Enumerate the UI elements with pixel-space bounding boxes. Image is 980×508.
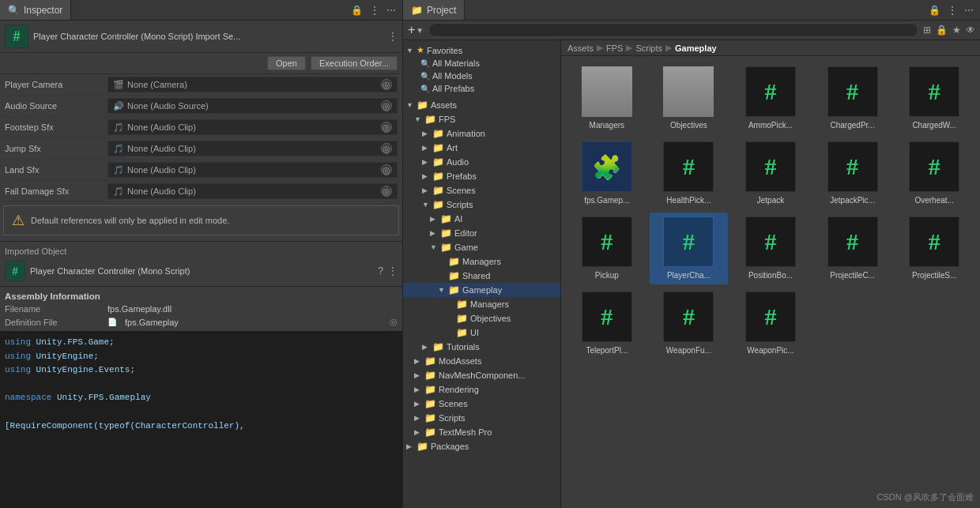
inspector-tab[interactable]: 🔍 Inspector: [0, 0, 71, 20]
help-icon[interactable]: ?: [378, 265, 383, 277]
tree-assets[interactable]: ▼ 📁 Assets: [403, 98, 560, 112]
tree-all-prefabs[interactable]: 🔍 All Prefabs: [403, 82, 560, 95]
tree-ai[interactable]: ▶ 📁 AI: [403, 212, 560, 226]
file-item[interactable]: Managers: [567, 62, 646, 134]
tree-gameplay-objectives[interactable]: 📁 Objectives: [403, 311, 560, 325]
imported-more-icon[interactable]: ⋮: [388, 265, 398, 277]
tree-art[interactable]: ▶ 📁 Art: [403, 141, 560, 155]
file-item[interactable]: Objectives: [650, 62, 729, 134]
tree-all-models[interactable]: 🔍 All Models: [403, 70, 560, 82]
prop-target-button[interactable]: ◎: [381, 143, 392, 154]
tree-all-materials[interactable]: 🔍 All Materials: [403, 57, 560, 70]
file-item[interactable]: #HealthPick...: [650, 137, 729, 209]
prop-target-button[interactable]: ◎: [381, 186, 392, 197]
tree-gameplay[interactable]: ▼ 📁 Gameplay: [403, 283, 560, 297]
deffile-link-icon[interactable]: ◎: [390, 317, 398, 327]
prop-label: Land Sfx: [5, 165, 107, 175]
project-more-icon[interactable]: ⋮: [947, 4, 958, 17]
filename-label: Filename: [5, 304, 100, 314]
open-button[interactable]: Open: [267, 56, 306, 70]
file-item[interactable]: #WeaponPic...: [731, 288, 810, 359]
file-item[interactable]: #TeleportPl...: [567, 288, 646, 359]
file-item[interactable]: #WeaponFu...: [650, 288, 729, 359]
tree-packages[interactable]: ▶ 📁 Packages: [403, 439, 560, 453]
inspector-tab-bar: 🔍 Inspector 🔒 ⋮ ⋯: [0, 0, 402, 21]
imported-script-icon: #: [5, 261, 25, 281]
breadcrumb-sep2: ▶: [626, 43, 632, 53]
prop-target-button[interactable]: ◎: [381, 122, 392, 133]
favorites-label: Favorites: [427, 46, 462, 55]
inspector-lock-icon[interactable]: 🔒: [351, 5, 363, 16]
file-item[interactable]: #PositionBo...: [731, 213, 810, 284]
assembly-header: Assembly Information: [0, 289, 402, 303]
file-item[interactable]: #Jetpack: [731, 137, 810, 209]
project-tab-bar: 📁 Project 🔒 ⋮ ⋯: [403, 0, 980, 21]
tree-animation[interactable]: ▶ 📁 Animation: [403, 126, 560, 141]
tree-prefabs[interactable]: ▶ 📁 Prefabs: [403, 169, 560, 183]
search-icon-1[interactable]: ⊞: [923, 24, 931, 36]
tree-game[interactable]: ▼ 📁 Game: [403, 240, 560, 254]
file-label: ProjectileC...: [830, 270, 875, 280]
tree-gameplay-managers[interactable]: 📁 Managers: [403, 297, 560, 311]
tree-fps[interactable]: ▼ 📁 FPS: [403, 112, 560, 126]
add-button[interactable]: + ▼: [408, 23, 424, 37]
file-label: HealthPick...: [666, 195, 710, 205]
file-label: Jetpack: [757, 195, 784, 205]
file-item[interactable]: #ProjectileC...: [813, 213, 892, 284]
file-item[interactable]: #Overheat...: [895, 137, 974, 209]
execution-order-button[interactable]: Execution Order...: [311, 56, 398, 70]
prop-target-button[interactable]: ◎: [381, 79, 392, 90]
tree-audio[interactable]: ▶ 📁 Audio: [403, 155, 560, 169]
tree-rendering[interactable]: ▶ 📁 Rendering: [403, 382, 560, 397]
search-icon-4[interactable]: 👁: [966, 24, 975, 36]
more-menu-icon[interactable]: ⋮: [388, 31, 398, 42]
tree-modassets[interactable]: ▶ 📁 ModAssets: [403, 354, 560, 368]
file-item[interactable]: #AmmoPick...: [731, 62, 810, 134]
file-item[interactable]: 🧩fps.Gamep...: [567, 137, 646, 209]
tree-ui[interactable]: 📁 UI: [403, 325, 560, 340]
project-toolbar: + ▼ ⊞ 🔒 ★ 👁: [403, 21, 980, 40]
breadcrumb-sep1: ▶: [597, 43, 603, 53]
project-tab-label: Project: [427, 5, 456, 16]
breadcrumb-assets[interactable]: Assets: [567, 43, 594, 53]
search-icon-2[interactable]: 🔒: [936, 24, 948, 36]
code-line-7: [RequireComponent(typeof(CharacterContro…: [5, 420, 398, 434]
file-item[interactable]: #ChargedW...: [895, 62, 974, 134]
file-item[interactable]: #Pickup: [567, 213, 646, 284]
file-item[interactable]: #JetpackPic...: [813, 137, 892, 209]
deffile-row: Definition File 📄 fps.Gameplay ◎: [0, 315, 402, 329]
project-lock-icon[interactable]: 🔒: [929, 5, 940, 16]
file-item[interactable]: #ProjectileS...: [895, 213, 974, 284]
favorites-section[interactable]: ▼ ★ Favorites: [403, 43, 560, 57]
tree-textmesh[interactable]: ▶ 📁 TextMesh Pro: [403, 425, 560, 439]
breadcrumb-scripts[interactable]: Scripts: [635, 43, 662, 53]
deffile-icon: 📄: [107, 318, 117, 326]
inspector-more-icon[interactable]: ⋮: [369, 4, 380, 17]
tree-tutorials[interactable]: ▶ 📁 Tutorials: [403, 340, 560, 354]
tree-shared[interactable]: 📁 Shared: [403, 269, 560, 283]
file-item[interactable]: #ChargedPr...: [813, 62, 892, 134]
tree-scenes2[interactable]: ▶ 📁 Scenes: [403, 397, 560, 411]
tree-scenes[interactable]: ▶ 📁 Scenes: [403, 183, 560, 198]
tree-scripts2[interactable]: ▶ 📁 Scripts: [403, 411, 560, 425]
file-item[interactable]: #PlayerCha...: [650, 213, 729, 284]
search-icon-3[interactable]: ★: [952, 24, 961, 36]
breadcrumb-fps[interactable]: FPS: [606, 43, 623, 53]
script-header: # Player Character Controller (Mono Scri…: [0, 21, 402, 53]
project-tab[interactable]: 📁 Project: [403, 0, 465, 20]
tree-managers[interactable]: 📁 Managers: [403, 254, 560, 269]
tree-scripts[interactable]: ▼ 📁 Scripts: [403, 198, 560, 212]
tree-navmesh[interactable]: ▶ 📁 NavMeshComponen...: [403, 368, 560, 382]
prop-target-button[interactable]: ◎: [381, 100, 392, 111]
file-label: WeaponPic...: [747, 345, 793, 356]
inspector-settings-icon[interactable]: ⋯: [386, 5, 396, 16]
project-settings-icon[interactable]: ⋯: [964, 5, 974, 16]
tree-editor[interactable]: ▶ 📁 Editor: [403, 226, 560, 240]
file-grid: ManagersObjectives#AmmoPick...#ChargedPr…: [561, 56, 980, 508]
search-input[interactable]: [428, 23, 918, 37]
file-label: JetpackPic...: [830, 195, 875, 205]
prop-label: Fall Damage Sfx: [5, 186, 107, 196]
prop-label: Audio Source: [5, 101, 107, 111]
star-icon: ★: [416, 45, 424, 55]
prop-target-button[interactable]: ◎: [381, 164, 392, 175]
